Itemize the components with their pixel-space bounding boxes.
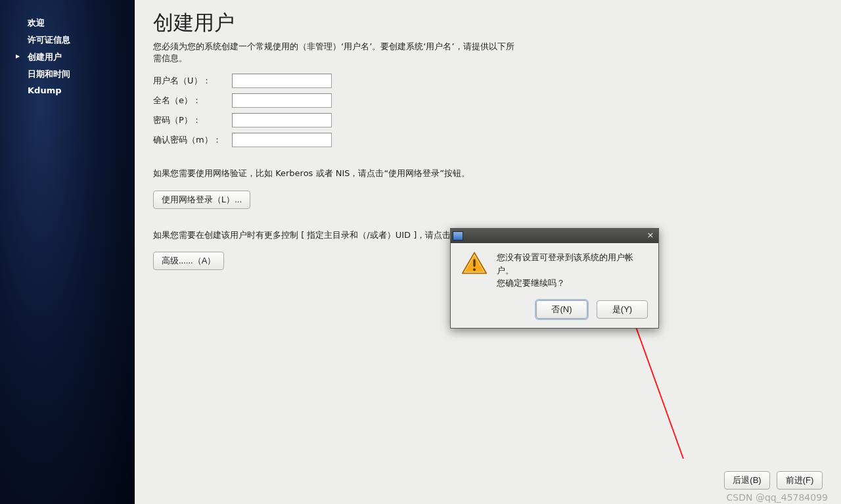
network-login-hint: 如果您需要使用网络验证，比如 Kerberos 或者 NIS，请点击“使用网络登… — [153, 167, 521, 180]
sidebar-item-welcome[interactable]: 欢迎 — [0, 14, 134, 32]
svg-rect-4 — [473, 259, 475, 267]
svg-point-5 — [473, 268, 476, 271]
dialog-line2: 您确定要继续吗？ — [497, 277, 648, 290]
setup-sidebar: 欢迎 许可证信息 创建用户 日期和时间 Kdump — [0, 0, 135, 504]
sidebar-item-kdump[interactable]: Kdump — [0, 83, 134, 98]
fullname-input[interactable] — [232, 93, 332, 108]
window-icon — [453, 231, 463, 241]
main-panel: 创建用户 您必须为您的系统创建一个常规使用的（非管理）‘用户名’。要创建系统‘用… — [135, 0, 841, 504]
sidebar-item-create-user[interactable]: 创建用户 — [0, 49, 134, 66]
dialog-yes-button[interactable]: 是(Y) — [597, 300, 648, 319]
back-button[interactable]: 后退(B) — [724, 471, 770, 490]
warning-icon — [461, 251, 488, 276]
dialog-text: 您没有设置可登录到该系统的用户帐户。 您确定要继续吗？ — [497, 251, 648, 290]
dialog-line1: 您没有设置可登录到该系统的用户帐户。 — [497, 251, 648, 277]
advanced-button[interactable]: 高级......（A） — [153, 252, 224, 270]
username-label: 用户名（U）： — [153, 75, 232, 87]
confirm-password-label: 确认密码（m）： — [153, 134, 232, 146]
confirm-password-input[interactable] — [232, 133, 332, 147]
password-label: 密码（P）： — [153, 114, 232, 126]
page-title: 创建用户 — [153, 9, 823, 37]
close-icon[interactable]: × — [645, 231, 656, 241]
network-login-button[interactable]: 使用网络登录（L）... — [153, 191, 250, 209]
sidebar-item-license[interactable]: 许可证信息 — [0, 32, 134, 49]
dialog-no-button[interactable]: 否(N) — [536, 300, 587, 319]
password-input[interactable] — [232, 113, 332, 127]
forward-button[interactable]: 前进(F) — [777, 471, 823, 490]
wizard-footer: 后退(B) 前进(F) — [724, 471, 823, 490]
username-input[interactable] — [232, 74, 332, 88]
sidebar-item-datetime[interactable]: 日期和时间 — [0, 66, 134, 83]
dialog-titlebar[interactable]: × — [451, 229, 658, 243]
watermark: CSDN @qq_45784099 — [727, 492, 828, 503]
fullname-label: 全名（e）： — [153, 95, 232, 106]
page-intro: 您必须为您的系统创建一个常规使用的（非管理）‘用户名’。要创建系统‘用户名’，请… — [153, 41, 521, 64]
confirm-dialog: × 您没有设置可登录到该系统的用户帐户。 您确定要继续吗？ 否(N) 是(Y) — [450, 228, 659, 329]
